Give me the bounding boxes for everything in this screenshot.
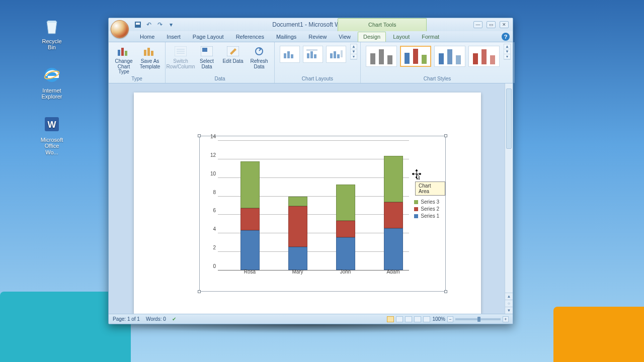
bar-segment[interactable] [288, 197, 307, 206]
view-outline[interactable] [414, 316, 421, 322]
bar-segment[interactable] [240, 208, 260, 230]
redo-icon[interactable]: ↷ [156, 21, 164, 29]
save-icon[interactable] [134, 21, 142, 29]
zoom-in-button[interactable]: + [503, 316, 509, 322]
tab-view[interactable]: View [334, 32, 356, 42]
ribbon-group-data: Switch Row/Column Select Data Edit Data … [166, 42, 275, 83]
move-cursor-icon [411, 168, 422, 179]
y-axis-label: 2 [203, 245, 216, 250]
tab-layout[interactable]: Layout [388, 32, 415, 42]
view-full-screen[interactable] [396, 316, 403, 322]
gallery-scroll[interactable]: ▲▼▾ [350, 44, 357, 60]
bar[interactable] [384, 156, 403, 270]
zoom-out-button[interactable]: − [447, 316, 453, 322]
zoom-slider[interactable] [455, 318, 501, 320]
chart-layout-thumb[interactable] [280, 46, 300, 63]
minimize-button[interactable]: — [473, 21, 482, 28]
help-button[interactable]: ? [502, 33, 510, 41]
template-icon [142, 45, 158, 58]
desktop-icon-internet-explorer[interactable]: Internet Explorer [38, 64, 66, 100]
x-axis-label: Mary [283, 269, 313, 275]
legend-item[interactable]: Series 3 [414, 199, 439, 205]
tab-insert[interactable]: Insert [162, 32, 186, 42]
bar-segment[interactable] [240, 230, 260, 270]
bar-segment[interactable] [384, 228, 403, 270]
view-print-layout[interactable] [387, 316, 394, 322]
undo-icon[interactable]: ↶ [145, 21, 153, 29]
save-as-template-button[interactable]: Save As Template [138, 44, 162, 69]
y-axis-label: 0 [203, 263, 216, 269]
tab-home[interactable]: Home [135, 32, 159, 42]
scrollbar-thumb[interactable] [506, 88, 512, 149]
switch-row-column-button[interactable]: Switch Row/Column [169, 44, 193, 69]
bar[interactable] [288, 197, 307, 270]
bar[interactable] [240, 161, 260, 270]
bar[interactable] [336, 185, 355, 270]
plot-area[interactable] [218, 140, 409, 270]
tab-review[interactable]: Review [303, 32, 332, 42]
svg-rect-17 [284, 53, 286, 58]
edit-data-button[interactable]: Edit Data [221, 44, 245, 64]
chart-object[interactable]: Series 3Series 2Series 1 Chart Area 0246… [199, 136, 446, 292]
bar-segment[interactable] [288, 206, 307, 247]
chart-style-thumb[interactable] [468, 46, 500, 67]
ribbon-group-chart-styles: ▲▼▾ Chart Styles [361, 42, 514, 83]
switch-icon [173, 45, 189, 58]
desktop-icon-recycle-bin[interactable]: Recycle Bin [38, 15, 66, 50]
y-axis-label: 14 [203, 134, 216, 139]
y-axis-label: 4 [203, 226, 216, 232]
svg-rect-7 [121, 48, 124, 56]
chart-layout-thumb[interactable] [303, 46, 323, 63]
bar-segment[interactable] [384, 156, 403, 202]
chart-legend[interactable]: Series 3Series 2Series 1 [414, 198, 439, 220]
bar-segment[interactable] [336, 237, 355, 270]
close-button[interactable]: ✕ [500, 21, 509, 28]
maximize-button[interactable]: ▭ [487, 21, 496, 28]
tab-references[interactable]: References [231, 32, 269, 42]
svg-rect-22 [314, 54, 316, 58]
recycle-bin-icon [41, 15, 62, 36]
desktop-icon-label: Recycle Bin [38, 38, 66, 50]
office-button[interactable] [111, 20, 129, 38]
legend-item[interactable]: Series 2 [414, 206, 439, 212]
legend-item[interactable]: Series 1 [414, 213, 439, 219]
bar-segment[interactable] [336, 221, 355, 237]
svg-rect-20 [307, 53, 309, 58]
chart-style-thumb[interactable] [366, 46, 397, 67]
zoom-level[interactable]: 100% [432, 316, 445, 322]
tab-mailings[interactable]: Mailings [271, 32, 301, 42]
view-web-layout[interactable] [405, 316, 412, 322]
bar-segment[interactable] [336, 185, 355, 221]
chart-style-thumb[interactable] [400, 46, 431, 67]
tab-page-layout[interactable]: Page Layout [188, 32, 229, 42]
browse-object-icon[interactable]: ○ [505, 300, 513, 307]
document-page: Series 3Series 2Series 1 Chart Area 0246… [134, 93, 481, 314]
spellcheck-icon[interactable]: ✔ [172, 316, 176, 322]
chart-layout-thumb[interactable] [326, 46, 346, 63]
gallery-scroll[interactable]: ▲▼▾ [504, 44, 511, 60]
word-icon: W [41, 114, 62, 135]
refresh-data-button[interactable]: Refresh Data [247, 44, 271, 69]
quick-access-toolbar: ↶ ↷ ▾ [134, 21, 175, 29]
y-axis-label: 6 [203, 208, 216, 213]
tab-design[interactable]: Design [358, 32, 386, 42]
prev-page-icon[interactable]: ▲ [505, 293, 513, 300]
desktop-icon-word[interactable]: W Microsoft Office Wo... [38, 114, 66, 155]
legend-swatch [414, 200, 418, 204]
svg-rect-18 [287, 51, 290, 58]
tab-format[interactable]: Format [417, 32, 444, 42]
bar-segment[interactable] [384, 202, 403, 228]
vertical-scrollbar[interactable]: ▲ ○ ▼ [505, 83, 513, 314]
next-page-icon[interactable]: ▼ [505, 307, 513, 314]
bar-segment[interactable] [288, 247, 307, 270]
tooltip-chart-area: Chart Area [415, 182, 445, 196]
bar-segment[interactable] [240, 161, 260, 208]
view-draft[interactable] [423, 316, 430, 322]
document-area[interactable]: Series 3Series 2Series 1 Chart Area 0246… [109, 83, 513, 314]
chart-style-thumb[interactable] [434, 46, 465, 67]
qat-dropdown-icon[interactable]: ▾ [167, 21, 175, 29]
legend-label: Series 2 [421, 206, 439, 212]
status-words: Words: 0 [146, 316, 166, 322]
change-chart-type-button[interactable]: Change Chart Type [112, 44, 136, 75]
select-data-button[interactable]: Select Data [195, 44, 219, 69]
